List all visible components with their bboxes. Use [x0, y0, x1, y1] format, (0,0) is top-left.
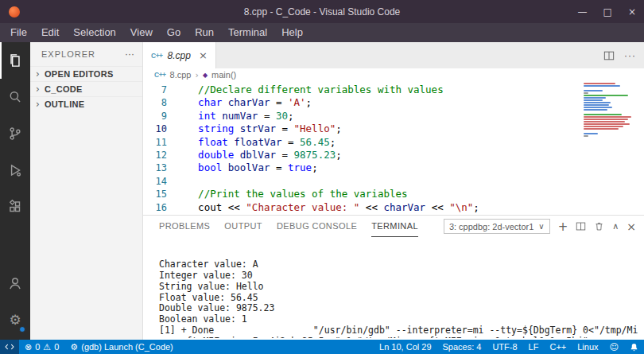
- line-number: 10: [143, 123, 167, 135]
- activity-manage[interactable]: ⚙: [0, 301, 30, 338]
- bottom-panel: PROBLEMSOUTPUTDEBUG CONSOLETERMINAL 3: c…: [143, 215, 644, 340]
- maximize-icon[interactable]: □: [603, 6, 612, 18]
- more-actions-icon[interactable]: ···: [125, 49, 134, 60]
- code-line[interactable]: 7 //Declare different variables with val…: [143, 84, 644, 96]
- sidebar-section-outline[interactable]: ›OUTLINE: [30, 96, 142, 111]
- window-controls: — □ ×: [578, 0, 636, 23]
- panel-tab-output[interactable]: OUTPUT: [224, 216, 262, 237]
- split-terminal-icon[interactable]: [576, 221, 586, 231]
- account-icon: [6, 274, 24, 292]
- status-spaces-4[interactable]: Spaces: 4: [437, 340, 487, 354]
- sidebar-header: EXPLORER ···: [30, 42, 142, 66]
- terminal-selector[interactable]: 3: cppdbg: 2d-vector1 ∨: [444, 219, 550, 234]
- launch-config-status[interactable]: ⚙ (gdb) Launch (C_Code): [64, 340, 178, 354]
- tab-8cpp[interactable]: C++ 8.cpp ×: [143, 42, 216, 68]
- close-panel-icon[interactable]: ×: [627, 220, 636, 233]
- terminal-output: Character value: AInteger value: 30Strin…: [159, 259, 642, 338]
- code-line[interactable]: 10 string strVar = "Hello";: [143, 123, 644, 135]
- tab-label: 8.cpp: [168, 50, 191, 61]
- minimap-line: [584, 83, 615, 84]
- breadcrumb[interactable]: C++ 8.cpp › ◆ main(): [143, 68, 644, 81]
- menu-run[interactable]: Run: [188, 23, 221, 42]
- files-icon: [6, 52, 24, 69]
- sidebar-section-c-code[interactable]: ›C_CODE: [30, 81, 142, 96]
- code-line[interactable]: 16 cout << "Character value: " << charVa…: [143, 201, 644, 214]
- problems-status[interactable]: ⊗ 0 ⚠ 0: [19, 340, 64, 354]
- status-c[interactable]: C++: [544, 340, 572, 354]
- line-number: 7: [143, 84, 167, 96]
- method-symbol-icon: ◆: [203, 72, 208, 79]
- maximize-panel-icon[interactable]: ∧: [612, 221, 619, 231]
- line-number: 14: [143, 175, 167, 188]
- status-ln-10-col-29[interactable]: Ln 10, Col 29: [374, 340, 436, 354]
- terminal[interactable]: Character value: AInteger value: 30Strin…: [159, 237, 642, 338]
- menu-terminal[interactable]: Terminal: [221, 23, 274, 42]
- feedback-status[interactable]: ☺: [604, 340, 624, 354]
- minimap[interactable]: [584, 83, 634, 138]
- code-text: double dblVar = 9875.23;: [167, 149, 342, 161]
- status-utf-8[interactable]: UTF-8: [487, 340, 522, 354]
- warning-icon: ⚠: [43, 343, 51, 352]
- menu-selection[interactable]: Selection: [66, 23, 122, 42]
- minimize-icon[interactable]: —: [578, 6, 588, 18]
- minimap-line: [584, 121, 625, 123]
- breadcrumb-file[interactable]: 8.cpp: [170, 70, 192, 80]
- line-number: 11: [143, 136, 167, 149]
- code-line[interactable]: 12 double dblVar = 9875.23;: [143, 149, 644, 161]
- minimap-line: [584, 90, 603, 91]
- menu-edit[interactable]: Edit: [34, 23, 66, 42]
- menu-file[interactable]: File: [3, 23, 34, 42]
- line-number: 15: [143, 188, 167, 200]
- notifications-status[interactable]: [624, 340, 644, 354]
- status-lf[interactable]: LF: [523, 340, 545, 354]
- close-icon[interactable]: ×: [628, 6, 636, 18]
- panel-tab-debug-console[interactable]: DEBUG CONSOLE: [277, 216, 357, 237]
- menu-go[interactable]: Go: [160, 23, 188, 42]
- menu-help[interactable]: Help: [274, 23, 310, 42]
- activity-explorer[interactable]: [0, 42, 30, 79]
- status-bar-right: Ln 10, Col 29Spaces: 4UTF-8LFC++Linux ☺: [374, 340, 644, 354]
- activity-source-control[interactable]: [0, 115, 30, 152]
- breadcrumb-symbol[interactable]: main(): [211, 70, 236, 80]
- code-text: //Declare different variables with value…: [167, 84, 444, 96]
- terminal-line: Double value: 9875.23: [159, 303, 642, 314]
- window-title: 8.cpp - C_Code - Visual Studio Code: [0, 6, 644, 18]
- code-line[interactable]: 8 char charVar = 'A';: [143, 96, 644, 109]
- terminal-line: Integer value: 30: [159, 270, 642, 282]
- minimap-line: [584, 133, 598, 134]
- chevron-right-icon: ›: [196, 70, 199, 80]
- line-number: 16: [143, 201, 167, 214]
- panel-tabs: PROBLEMSOUTPUTDEBUG CONSOLETERMINAL: [159, 216, 433, 237]
- tab-bar: C++ 8.cpp × ···: [143, 42, 644, 68]
- code-line[interactable]: 13 bool boolVar = true;: [143, 161, 644, 174]
- launch-config-label: (gdb) Launch (C_Code): [81, 342, 173, 352]
- activity-account[interactable]: [0, 265, 30, 301]
- sidebar-section-open-editors[interactable]: ›OPEN EDITORS: [30, 66, 142, 81]
- menu-view[interactable]: View: [123, 23, 160, 42]
- split-editor-icon[interactable]: [603, 50, 615, 61]
- code-line[interactable]: 14: [143, 175, 644, 188]
- code-editor[interactable]: 7 //Declare different variables with val…: [143, 81, 644, 215]
- minimap-line: [584, 119, 628, 120]
- activity-search[interactable]: [0, 79, 30, 115]
- terminal-line: [1] + Done "/usr/bin/gdb" --interpreter=…: [159, 325, 642, 336]
- line-number: 9: [143, 110, 167, 123]
- activity-run-and-debug[interactable]: [0, 152, 30, 189]
- remote-indicator[interactable]: [0, 340, 19, 354]
- app-icon: [9, 6, 20, 18]
- status-linux[interactable]: Linux: [572, 340, 603, 354]
- code-line[interactable]: 9 int numVar = 30;: [143, 110, 644, 123]
- panel-tab-problems[interactable]: PROBLEMS: [159, 216, 210, 237]
- code-line[interactable]: 11 float floatVar = 56.45;: [143, 136, 644, 149]
- section-label: OPEN EDITORS: [45, 69, 114, 79]
- remote-icon: [5, 342, 14, 352]
- terminal-line: Boolean value: 1: [159, 314, 642, 325]
- code-line[interactable]: 15 //Print the values of the variables: [143, 188, 644, 200]
- new-terminal-icon[interactable]: +: [558, 220, 568, 234]
- section-label: C_CODE: [45, 84, 83, 94]
- panel-tab-terminal[interactable]: TERMINAL: [371, 216, 418, 237]
- activity-extensions[interactable]: [0, 189, 30, 225]
- more-actions-icon[interactable]: ···: [624, 50, 636, 61]
- tab-close-icon[interactable]: ×: [199, 49, 208, 61]
- kill-terminal-icon[interactable]: [594, 221, 604, 231]
